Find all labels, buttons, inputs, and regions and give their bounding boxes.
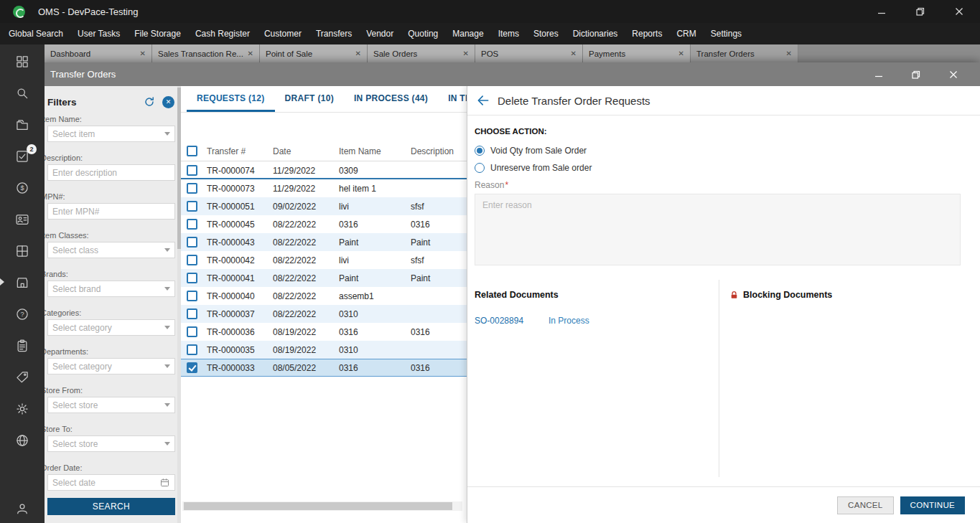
filter-brands-input[interactable]: Select brand [47, 281, 175, 297]
transfer-orders-window-titlebar[interactable]: Transfer Orders [40, 62, 980, 86]
chevron-down-icon[interactable] [164, 364, 170, 368]
calendar-icon[interactable] [159, 477, 170, 488]
filter-categories-input[interactable]: Select category [47, 319, 175, 336]
row-checkbox[interactable] [187, 326, 197, 337]
filter-store-from-input[interactable]: Select store [47, 397, 175, 413]
filter-order-date-input[interactable]: Select date [47, 474, 175, 491]
menu-item-reports[interactable]: Reports [625, 23, 669, 44]
settings-icon[interactable] [14, 402, 30, 416]
filter-mpn-input[interactable]: Enter MPN# [47, 203, 175, 220]
menu-item-cash-register[interactable]: Cash Register [188, 23, 257, 44]
row-checkbox[interactable] [187, 362, 197, 373]
orders-icon[interactable] [14, 339, 30, 353]
cancel-button[interactable]: CANCEL [837, 496, 893, 514]
menu-item-manage[interactable]: Manage [445, 23, 490, 44]
radio-option-unreserve-from-sale-order[interactable]: Unreserve from Sale order [475, 163, 971, 173]
back-arrow-icon[interactable] [476, 93, 490, 108]
list-tab-in-transit-3[interactable]: IN TRANSIT (3 [438, 86, 467, 112]
close-button[interactable] [954, 6, 964, 17]
list-tab-requests-12[interactable]: REQUESTS (12) [187, 86, 275, 112]
menu-item-quoting[interactable]: Quoting [401, 23, 445, 44]
filter-store-to-input[interactable]: Select store [47, 435, 175, 452]
row-checkbox[interactable] [187, 344, 197, 355]
chevron-down-icon[interactable] [164, 326, 170, 329]
horizontal-scrollbar-thumb[interactable] [184, 502, 452, 510]
filter-departments-input[interactable]: Select category [47, 358, 175, 374]
radio-button[interactable] [475, 146, 485, 156]
sidebar-expander-icon[interactable] [0, 278, 4, 286]
column-header-description[interactable]: Description [406, 146, 467, 156]
chevron-down-icon[interactable] [164, 442, 170, 446]
tab-close-icon[interactable]: ✕ [786, 50, 792, 57]
row-checkbox[interactable] [187, 183, 197, 194]
horizontal-scrollbar[interactable] [182, 501, 462, 511]
filter-description-input[interactable]: Enter description [47, 164, 175, 181]
table-row[interactable]: TR-000003608/19/202203160316 [181, 323, 467, 341]
menu-item-file-storage[interactable]: File Storage [127, 23, 188, 44]
table-row[interactable]: TR-000004008/22/2022assemb1 [181, 287, 467, 305]
tab-close-icon[interactable]: ✕ [355, 50, 361, 57]
related-document-link[interactable]: SO-0028894 [475, 316, 549, 326]
chevron-down-icon[interactable] [164, 287, 170, 291]
continue-button[interactable]: CONTINUE [900, 496, 965, 514]
column-header-transfer[interactable]: Transfer # [202, 146, 269, 156]
dashboard-icon[interactable] [14, 55, 30, 69]
search-button[interactable]: SEARCH [47, 498, 175, 515]
inner-minimize-button[interactable] [874, 70, 884, 80]
chevron-down-icon[interactable] [164, 403, 170, 407]
row-checkbox[interactable] [187, 165, 197, 176]
reason-input[interactable] [475, 194, 961, 265]
window-titlebar[interactable]: OMS - DevPace-Testing [0, 0, 980, 23]
tab-payments[interactable]: Payments✕ [583, 44, 691, 62]
column-header-date[interactable]: Date [269, 146, 335, 156]
refresh-filters-button[interactable] [142, 95, 157, 109]
row-checkbox[interactable] [187, 273, 197, 283]
tab-close-icon[interactable]: ✕ [248, 50, 253, 57]
row-checkbox[interactable] [187, 219, 197, 230]
maximize-button[interactable] [915, 6, 925, 17]
select-all-checkbox[interactable] [187, 146, 197, 156]
table-row[interactable]: TR-000004308/22/2022PaintPaint [181, 233, 467, 251]
folders-icon[interactable] [14, 118, 30, 132]
user-icon[interactable] [14, 501, 30, 516]
column-header-item-name[interactable]: Item Name [335, 146, 406, 156]
radio-option-void-qty-from-sale-order[interactable]: Void Qty from Sale Order [475, 146, 971, 156]
chevron-down-icon[interactable] [164, 248, 170, 252]
tab-dashboard[interactable]: Dashboard✕ [45, 44, 152, 62]
menu-item-transfers[interactable]: Transfers [309, 23, 359, 44]
menu-item-settings[interactable]: Settings [704, 23, 749, 44]
inner-maximize-button[interactable] [911, 70, 921, 80]
row-checkbox[interactable] [187, 255, 197, 265]
list-tab-in-process-44[interactable]: IN PROCESS (44) [344, 86, 438, 112]
tags-icon[interactable] [14, 370, 30, 385]
minimize-button[interactable] [877, 6, 887, 17]
menu-item-global-search[interactable]: Global Search [1, 23, 70, 44]
table-row[interactable]: TR-000003508/19/20220310 [181, 341, 467, 359]
table-row[interactable]: TR-000004208/22/2022livisfsf [181, 251, 467, 269]
menu-item-customer[interactable]: Customer [257, 23, 309, 44]
tab-transfer-orders[interactable]: Transfer Orders✕ [691, 44, 798, 62]
store-icon[interactable] [14, 275, 30, 290]
globe-icon[interactable] [14, 433, 30, 448]
row-checkbox[interactable] [187, 201, 197, 212]
tab-close-icon[interactable]: ✕ [678, 50, 684, 57]
clear-filters-button[interactable]: ✕ [162, 96, 174, 108]
tab-close-icon[interactable]: ✕ [463, 50, 469, 57]
contacts-icon[interactable] [14, 212, 30, 227]
tasks-icon[interactable]: 2 [14, 149, 30, 164]
tab-point-of-sale[interactable]: Point of Sale✕ [260, 44, 368, 62]
chevron-down-icon[interactable] [164, 132, 170, 136]
filter-item-name-input[interactable]: Select item [47, 126, 175, 142]
menu-item-vendor[interactable]: Vendor [359, 23, 401, 44]
table-row[interactable]: TR-000005109/02/2022livisfsf [181, 197, 467, 215]
row-checkbox[interactable] [187, 308, 197, 319]
menu-item-stores[interactable]: Stores [526, 23, 566, 44]
list-tab-draft-10[interactable]: DRAFT (10) [275, 86, 344, 112]
tab-sale-orders[interactable]: Sale Orders✕ [368, 44, 475, 62]
menu-item-user-tasks[interactable]: User Tasks [70, 23, 127, 44]
modules-icon[interactable] [14, 244, 30, 258]
table-row[interactable]: TR-000007411/29/20220309 [181, 161, 467, 179]
menu-item-items[interactable]: Items [491, 23, 526, 44]
inner-close-button[interactable] [948, 70, 958, 80]
row-checkbox[interactable] [187, 291, 197, 301]
